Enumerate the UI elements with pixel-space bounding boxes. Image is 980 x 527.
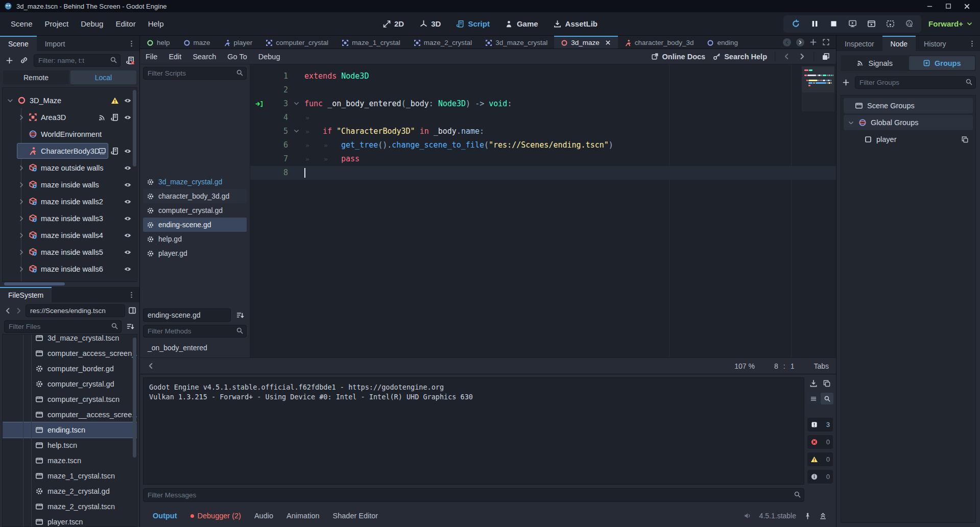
- menu-scene[interactable]: Scene: [5, 16, 38, 31]
- bottom-tab-animation[interactable]: Animation: [280, 512, 326, 520]
- filesystem-filter-input[interactable]: [4, 320, 122, 333]
- copy-output-button[interactable]: [823, 379, 831, 388]
- tabs-next-button[interactable]: [796, 38, 804, 46]
- scene-tab-computer-crystal[interactable]: computer_crystal: [259, 36, 335, 49]
- close-button[interactable]: [963, 3, 971, 10]
- copy-group-button[interactable]: [961, 136, 969, 143]
- back-button[interactable]: [4, 305, 12, 316]
- pause-button[interactable]: [809, 19, 820, 29]
- toggle-scripts-panel-button[interactable]: [822, 53, 830, 61]
- scene-tab-maze-2-crystal[interactable]: maze_2_crystal: [407, 36, 479, 49]
- badge-error[interactable]: 0: [807, 435, 833, 449]
- filesystem-path-field[interactable]: [26, 304, 125, 317]
- minimize-button[interactable]: [926, 3, 934, 10]
- tabs-prev-button[interactable]: [783, 38, 791, 46]
- group-scene-groups[interactable]: Scene Groups: [844, 98, 973, 113]
- menu-project[interactable]: Project: [39, 16, 75, 31]
- bottom-tab-audio[interactable]: Audio: [248, 512, 280, 520]
- code-line-7[interactable]: 7»»pass: [250, 152, 836, 166]
- expand-panel-button[interactable]: [819, 512, 827, 520]
- badge-info[interactable]: 0: [807, 470, 833, 484]
- instantiate-scene-button[interactable]: [19, 55, 29, 65]
- scene-tab-maze-1-crystal[interactable]: maze_1_crystal: [335, 36, 407, 49]
- detach-script-button[interactable]: [125, 55, 135, 65]
- code-line-6[interactable]: 6»»get_tree().change_scene_to_file("res:…: [250, 138, 836, 152]
- restart-button[interactable]: [791, 19, 801, 29]
- tab-history[interactable]: History: [916, 36, 954, 51]
- collapse-duplicates-button[interactable]: [807, 393, 820, 404]
- scene-tab-3d-maze-crystal[interactable]: 3d_maze_crystal: [479, 36, 554, 49]
- script-menu-search[interactable]: Search: [187, 53, 222, 61]
- play-custom-scene-button[interactable]: [885, 19, 895, 29]
- scene-node-maze-inside-walls4[interactable]: maze inside walls4: [3, 227, 137, 244]
- code-line-1[interactable]: 1extends Node3D: [250, 69, 836, 83]
- history-back-button[interactable]: [783, 53, 791, 60]
- add-group-button[interactable]: [841, 78, 851, 88]
- file-list-scrollbar[interactable]: [133, 338, 136, 458]
- method-list-item[interactable]: _on_body_entered: [143, 341, 247, 355]
- show-search-button[interactable]: [821, 393, 833, 404]
- play-scene-button[interactable]: [866, 19, 876, 29]
- online-docs-button[interactable]: Online Docs: [651, 53, 706, 61]
- tab-inspector[interactable]: Inspector: [836, 36, 882, 51]
- close-tab-button[interactable]: [605, 39, 611, 46]
- node-tab-signals[interactable]: Signals: [842, 56, 908, 70]
- tab-node[interactable]: Node: [882, 36, 916, 51]
- tab-scene[interactable]: Scene: [0, 36, 37, 51]
- code-line-4[interactable]: 4»: [250, 111, 836, 125]
- scene-node-maze-outside-walls[interactable]: maze outside walls: [3, 159, 137, 176]
- scene-tab-ending[interactable]: ending: [700, 36, 745, 49]
- script-menu-edit[interactable]: Edit: [163, 53, 187, 61]
- menu-debug[interactable]: Debug: [75, 16, 109, 31]
- zoom-level[interactable]: 107 %: [734, 362, 755, 370]
- save-output-button[interactable]: [809, 379, 818, 388]
- code-line-8[interactable]: 8: [250, 166, 836, 180]
- workspace-tab-3d[interactable]: 3D: [419, 19, 441, 28]
- remote-button[interactable]: Remote: [3, 70, 69, 84]
- workspace-tab-assetlib[interactable]: AssetLib: [554, 19, 597, 28]
- dock-menu-button[interactable]: [128, 287, 139, 302]
- scene-node-3d-maze[interactable]: 3D_Maze: [3, 92, 137, 109]
- stop-button[interactable]: [828, 19, 839, 29]
- new-tab-button[interactable]: [809, 38, 817, 46]
- dock-menu-button[interactable]: [968, 36, 980, 51]
- scene-node-characterbody3d[interactable]: CharacterBody3D: [3, 142, 137, 159]
- scene-tab-player[interactable]: player: [217, 36, 259, 49]
- scene-tree-hscrollbar[interactable]: [2, 282, 137, 286]
- workspace-tab-game[interactable]: Game: [505, 19, 538, 28]
- node-tab-groups[interactable]: Groups: [909, 56, 975, 70]
- scene-tab-help[interactable]: help: [140, 36, 177, 49]
- scene-node-maze-inside-walls2[interactable]: maze inside walls2: [3, 193, 137, 210]
- code-editor[interactable]: 1extends Node3D23func _on_body_entered(_…: [250, 64, 836, 357]
- tab-filesystem[interactable]: FileSystem: [0, 287, 52, 302]
- scene-tab-maze[interactable]: maze: [177, 36, 217, 49]
- code-line-2[interactable]: 2: [250, 83, 836, 97]
- menu-editor[interactable]: Editor: [110, 16, 141, 31]
- filter-groups-input[interactable]: [855, 76, 976, 89]
- code-minimap[interactable]: [802, 66, 834, 111]
- scene-tab-3d-maze[interactable]: 3d_maze: [554, 36, 618, 49]
- filter-methods-input[interactable]: [143, 325, 247, 338]
- scene-tree-scrollbar[interactable]: [133, 90, 136, 166]
- filter-scripts-input[interactable]: [143, 67, 247, 80]
- scene-node-worldenvironment[interactable]: WorldEnvironment: [3, 126, 137, 142]
- dock-menu-button[interactable]: [128, 36, 139, 51]
- search-help-button[interactable]: Search Help: [713, 53, 767, 61]
- script-item-character-body-3d-gd[interactable]: character_body_3d.gd: [143, 189, 247, 203]
- script-item-3d-maze-crystal-gd[interactable]: 3d_maze_crystal.gd: [143, 175, 247, 189]
- movie-maker-button[interactable]: [904, 19, 914, 29]
- scene-node-area3d[interactable]: Area3D: [3, 109, 137, 126]
- sort-methods-button[interactable]: [233, 308, 247, 322]
- bottom-tab-output[interactable]: Output: [146, 512, 184, 520]
- forward-button[interactable]: [15, 305, 22, 316]
- code-line-3[interactable]: 3func _on_body_entered(_body: Node3D) ->…: [250, 97, 836, 111]
- distraction-free-button[interactable]: [822, 38, 830, 46]
- tab-import[interactable]: Import: [37, 36, 74, 51]
- remote-debug-button[interactable]: [847, 19, 857, 29]
- local-button[interactable]: Local: [70, 70, 136, 84]
- bottom-tab-debugger-2[interactable]: Debugger (2): [184, 512, 248, 520]
- scene-node-maze-inside-walls5[interactable]: maze inside walls5: [3, 244, 137, 260]
- scene-filter-input[interactable]: [34, 54, 121, 67]
- scene-node-maze-inside-walls[interactable]: maze inside walls: [3, 176, 137, 193]
- collapse-panel-icon[interactable]: [147, 362, 155, 370]
